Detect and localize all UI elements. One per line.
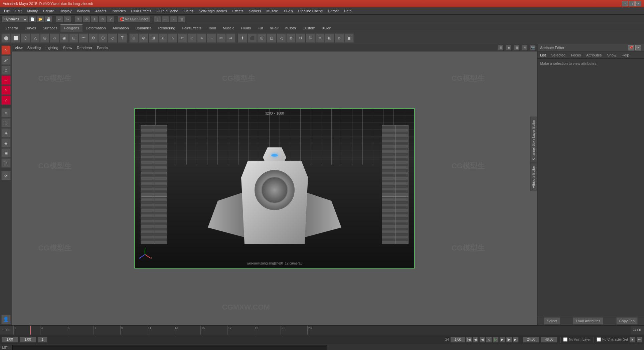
- paint-btn[interactable]: 🖌: [1, 55, 11, 65]
- viewport[interactable]: CG模型生 CG模型生 CG模型生 CG模型生 CG模型生 CG模型生 CG模型…: [12, 51, 537, 325]
- range-start-input[interactable]: [1, 337, 18, 343]
- menu-muscle[interactable]: Muscle: [264, 8, 281, 14]
- vp-cam-btn[interactable]: 📷: [530, 45, 536, 51]
- live-surface-label[interactable]: 🧲 No Live Surface: [118, 16, 150, 23]
- layers-btn[interactable]: ≡: [1, 108, 11, 118]
- char-set-check[interactable]: [597, 337, 601, 342]
- tab-fluids[interactable]: Fluids: [238, 24, 254, 32]
- lasso-btn[interactable]: ⊙: [83, 16, 90, 23]
- bool-union-btn[interactable]: ∪: [158, 33, 168, 43]
- gear-shape-btn[interactable]: ⚙: [89, 33, 98, 43]
- channel-box-tab[interactable]: Channel Box / Layer Editor: [530, 117, 537, 163]
- tab-surfaces[interactable]: Surfaces: [39, 24, 60, 32]
- open-scene-btn[interactable]: 📂: [37, 16, 44, 23]
- attr-tab-list[interactable]: List: [539, 52, 547, 58]
- history-btn[interactable]: ⟳: [1, 171, 11, 180]
- clip-geo-btn[interactable]: ✂: [216, 33, 226, 43]
- attr-tab-help[interactable]: Help: [620, 52, 631, 58]
- tab-deformation[interactable]: Deformation: [83, 24, 109, 32]
- menu-window[interactable]: Window: [74, 8, 93, 14]
- tab-toon[interactable]: Toon: [205, 24, 219, 32]
- bool-inter-btn[interactable]: ⊂: [178, 33, 187, 43]
- current-frame-input[interactable]: [19, 337, 36, 343]
- lasso-tool-btn[interactable]: ⊙: [1, 65, 11, 75]
- menu-fluid-ncache[interactable]: Fluid nCache: [154, 8, 181, 14]
- tab-polygons[interactable]: Polygons: [60, 24, 82, 32]
- vp-menu-shading[interactable]: Shading: [26, 46, 42, 50]
- anim-layer-btn[interactable]: ◉: [1, 138, 11, 148]
- menu-edit[interactable]: Edit: [13, 8, 24, 14]
- move-btn[interactable]: ✛: [91, 16, 98, 23]
- soccer-icon-btn[interactable]: ⬡: [98, 33, 108, 43]
- cylinder-icon-btn[interactable]: ⬡: [21, 33, 30, 43]
- sphere-icon-btn[interactable]: ⬤: [1, 33, 11, 43]
- char-options-btn[interactable]: ▼: [629, 337, 635, 343]
- next-key-btn[interactable]: |▶: [506, 337, 512, 343]
- tab-painteffects[interactable]: PaintEffects: [179, 24, 205, 32]
- next-frame-btn[interactable]: ▶: [499, 337, 505, 343]
- prev-frame-btn[interactable]: ◀: [479, 337, 485, 343]
- tab-custom[interactable]: Custom: [299, 24, 319, 32]
- timecode-input[interactable]: [450, 337, 465, 343]
- mirror-btn[interactable]: ⇔: [226, 33, 235, 43]
- select-tool-btn[interactable]: ↖: [1, 45, 11, 55]
- scale-btn[interactable]: ⤢: [107, 16, 114, 23]
- go-start-btn[interactable]: |◀: [466, 337, 472, 343]
- transfer-btn[interactable]: →: [207, 33, 216, 43]
- snap-grid-btn[interactable]: ⋮: [154, 16, 161, 23]
- bool-diff-btn[interactable]: ∩: [168, 33, 177, 43]
- vp-menu-panels[interactable]: Panels: [96, 46, 110, 50]
- vp-menu-lighting[interactable]: Lighting: [44, 46, 60, 50]
- extract-btn[interactable]: ⊞: [149, 33, 158, 43]
- display-layer-btn[interactable]: ⊟: [1, 118, 11, 128]
- snap-view-btn[interactable]: ⊞: [178, 16, 185, 23]
- prev-key-btn[interactable]: ◀|: [473, 337, 479, 343]
- tab-xgen[interactable]: XGen: [319, 24, 335, 32]
- spin-btn[interactable]: ↺: [296, 33, 305, 43]
- quick-sel-btn[interactable]: ⊕: [1, 158, 11, 168]
- menu-pipeline-cache[interactable]: Pipeline Cache: [296, 8, 326, 14]
- range-end2-input[interactable]: [541, 337, 557, 343]
- text-icon-btn[interactable]: T: [118, 33, 127, 43]
- redo-btn[interactable]: ↪: [64, 16, 71, 23]
- step-input[interactable]: [37, 337, 47, 343]
- copy-tab-button[interactable]: Copy Tab: [616, 317, 638, 325]
- menu-solvers[interactable]: Solvers: [246, 8, 264, 14]
- attr-pin-btn[interactable]: 📌: [628, 45, 634, 50]
- wedge-btn[interactable]: ◁: [277, 33, 286, 43]
- tab-muscle[interactable]: Muscle: [219, 24, 238, 32]
- smooth-btn[interactable]: ⌂: [187, 33, 197, 43]
- platonic-icon-btn[interactable]: ◇: [108, 33, 117, 43]
- fill-hole-btn[interactable]: ◻: [267, 33, 276, 43]
- rotate-tool-btn[interactable]: ↻: [1, 85, 11, 95]
- cube-icon-btn[interactable]: ⬜: [11, 33, 20, 43]
- rotate-btn[interactable]: ↻: [99, 16, 106, 23]
- menu-assets[interactable]: Assets: [93, 8, 109, 14]
- select-button[interactable]: Select: [544, 317, 560, 325]
- menu-modify[interactable]: Modify: [24, 8, 40, 14]
- attr-tab-focus[interactable]: Focus: [570, 52, 582, 58]
- poly-btn[interactable]: ▣: [1, 148, 11, 158]
- mel-command-input[interactable]: [12, 345, 328, 350]
- viewport-scene[interactable]: 3200 × 1800 weixiaoliu|anglang|zhe|0_12:…: [134, 108, 415, 269]
- vp-solid-btn[interactable]: ■: [506, 45, 512, 51]
- extrude-btn[interactable]: ⬆: [238, 33, 247, 43]
- maximize-button[interactable]: □: [629, 1, 635, 6]
- helix-icon-btn[interactable]: 〜: [79, 33, 88, 43]
- disk-icon-btn[interactable]: ◉: [59, 33, 69, 43]
- menu-create[interactable]: Create: [40, 8, 57, 14]
- menu-fluid-effects[interactable]: Fluid Effects: [129, 8, 154, 14]
- combine-btn[interactable]: ⊕: [129, 33, 139, 43]
- cone-icon-btn[interactable]: △: [30, 33, 40, 43]
- append-btn[interactable]: ⊞: [257, 33, 267, 43]
- load-attributes-button[interactable]: Load Attributes: [573, 317, 603, 325]
- attr-tab-show[interactable]: Show: [606, 52, 618, 58]
- vp-texture-btn[interactable]: ▦: [514, 45, 520, 51]
- snap-curve-btn[interactable]: ⋯: [162, 16, 169, 23]
- anim-layer-check[interactable]: [563, 337, 568, 342]
- menu-soft-rigid[interactable]: Soft/Rigid Bodies: [196, 8, 229, 14]
- menu-file[interactable]: File: [1, 8, 13, 14]
- play-back-btn[interactable]: ◁: [486, 337, 492, 343]
- play-fwd-btn[interactable]: ▷: [493, 337, 499, 343]
- undo-btn[interactable]: ↩: [56, 16, 63, 23]
